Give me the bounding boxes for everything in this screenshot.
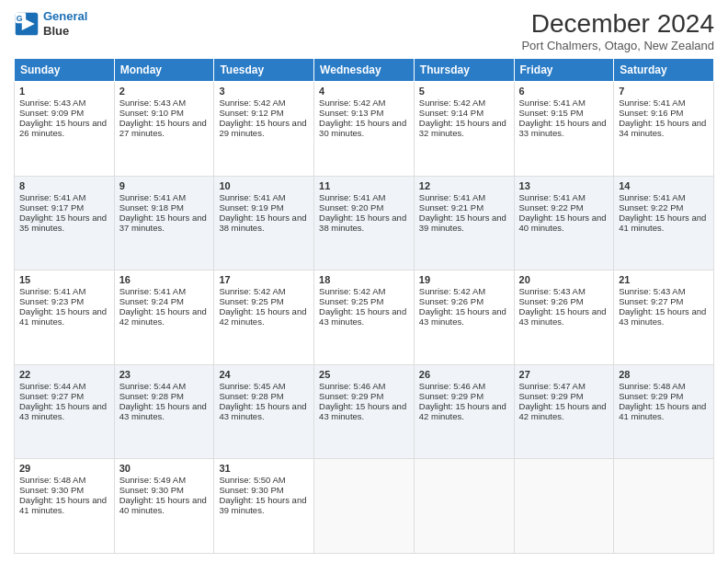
daylight-text: Daylight: 15 hours and 35 minutes.	[19, 213, 107, 233]
sunset-text: Sunset: 9:14 PM	[419, 108, 483, 118]
sunset-text: Sunset: 9:18 PM	[119, 202, 184, 213]
sunrise-text: Sunrise: 5:48 AM	[19, 475, 85, 485]
table-row	[614, 459, 714, 554]
daylight-text: Daylight: 15 hours and 39 minutes.	[419, 213, 506, 233]
table-row	[514, 459, 614, 554]
table-row: 4Sunrise: 5:42 AMSunset: 9:13 PMDaylight…	[314, 82, 415, 177]
day-number: 6	[519, 86, 609, 97]
table-row: 1Sunrise: 5:43 AMSunset: 9:09 PMDaylight…	[15, 82, 115, 177]
daylight-text: Daylight: 15 hours and 41 minutes.	[619, 213, 706, 233]
day-number: 18	[319, 274, 409, 285]
header-row: Sunday Monday Tuesday Wednesday Thursday…	[15, 59, 714, 82]
table-row: 31Sunrise: 5:50 AMSunset: 9:30 PMDayligh…	[214, 459, 314, 554]
sunrise-text: Sunrise: 5:41 AM	[519, 192, 586, 202]
sunset-text: Sunset: 9:30 PM	[119, 485, 184, 495]
daylight-text: Daylight: 15 hours and 43 minutes.	[319, 306, 406, 327]
month-title: December 2024	[521, 9, 714, 39]
daylight-text: Daylight: 15 hours and 43 minutes.	[319, 401, 406, 421]
sunrise-text: Sunrise: 5:48 AM	[619, 381, 685, 391]
svg-text:G: G	[17, 14, 23, 23]
daylight-text: Daylight: 15 hours and 34 minutes.	[619, 118, 706, 138]
day-number: 26	[419, 369, 509, 380]
day-number: 10	[219, 180, 309, 191]
sunset-text: Sunset: 9:16 PM	[619, 108, 683, 118]
logo-line2: Blue	[43, 24, 87, 39]
daylight-text: Daylight: 15 hours and 43 minutes.	[419, 306, 506, 327]
day-number: 2	[119, 86, 210, 97]
table-row: 18Sunrise: 5:42 AMSunset: 9:25 PMDayligh…	[314, 270, 415, 365]
table-row: 10Sunrise: 5:41 AMSunset: 9:19 PMDayligh…	[214, 176, 314, 270]
sunset-text: Sunset: 9:26 PM	[519, 296, 584, 306]
day-number: 14	[619, 180, 709, 191]
table-row: 12Sunrise: 5:41 AMSunset: 9:21 PMDayligh…	[414, 176, 514, 270]
sunrise-text: Sunrise: 5:44 AM	[119, 381, 186, 391]
sunset-text: Sunset: 9:27 PM	[19, 391, 84, 401]
header: G General Blue December 2024 Port Chalme…	[14, 9, 714, 52]
calendar-row: 15Sunrise: 5:41 AMSunset: 9:23 PMDayligh…	[15, 270, 714, 365]
daylight-text: Daylight: 15 hours and 43 minutes.	[19, 401, 107, 421]
day-number: 1	[19, 86, 109, 97]
day-number: 5	[419, 86, 509, 97]
sunrise-text: Sunrise: 5:41 AM	[619, 98, 685, 108]
table-row: 11Sunrise: 5:41 AMSunset: 9:20 PMDayligh…	[314, 176, 415, 270]
day-number: 27	[519, 369, 609, 380]
table-row: 7Sunrise: 5:41 AMSunset: 9:16 PMDaylight…	[614, 82, 714, 177]
sunset-text: Sunset: 9:15 PM	[519, 108, 584, 118]
daylight-text: Daylight: 15 hours and 42 minutes.	[219, 306, 306, 327]
sunset-text: Sunset: 9:12 PM	[219, 108, 283, 118]
sunrise-text: Sunrise: 5:41 AM	[19, 192, 85, 202]
daylight-text: Daylight: 15 hours and 41 minutes.	[19, 495, 107, 515]
table-row: 3Sunrise: 5:42 AMSunset: 9:12 PMDaylight…	[214, 82, 314, 177]
sunrise-text: Sunrise: 5:46 AM	[419, 381, 485, 391]
sunset-text: Sunset: 9:29 PM	[419, 391, 483, 401]
day-number: 16	[119, 274, 210, 285]
table-row: 21Sunrise: 5:43 AMSunset: 9:27 PMDayligh…	[614, 270, 714, 365]
day-number: 28	[619, 369, 709, 380]
sunrise-text: Sunrise: 5:42 AM	[419, 286, 485, 296]
daylight-text: Daylight: 15 hours and 38 minutes.	[319, 213, 406, 233]
table-row: 22Sunrise: 5:44 AMSunset: 9:27 PMDayligh…	[15, 364, 115, 459]
logo-text: General Blue	[43, 9, 87, 38]
day-number: 25	[319, 369, 409, 380]
day-number: 24	[219, 369, 309, 380]
sunrise-text: Sunrise: 5:46 AM	[319, 381, 385, 391]
sunrise-text: Sunrise: 5:42 AM	[319, 286, 385, 296]
table-row: 30Sunrise: 5:49 AMSunset: 9:30 PMDayligh…	[114, 459, 214, 554]
col-monday: Monday	[114, 59, 214, 82]
sunrise-text: Sunrise: 5:41 AM	[419, 192, 485, 202]
day-number: 22	[19, 369, 109, 380]
sunrise-text: Sunrise: 5:42 AM	[419, 98, 485, 108]
page: G General Blue December 2024 Port Chalme…	[0, 0, 728, 563]
day-number: 3	[219, 86, 309, 97]
col-thursday: Thursday	[414, 59, 514, 82]
table-row: 25Sunrise: 5:46 AMSunset: 9:29 PMDayligh…	[314, 364, 415, 459]
sunset-text: Sunset: 9:21 PM	[419, 202, 483, 213]
sunset-text: Sunset: 9:25 PM	[319, 296, 383, 306]
daylight-text: Daylight: 15 hours and 40 minutes.	[519, 213, 607, 233]
sunrise-text: Sunrise: 5:42 AM	[319, 98, 385, 108]
day-number: 12	[419, 180, 509, 191]
table-row: 23Sunrise: 5:44 AMSunset: 9:28 PMDayligh…	[114, 364, 214, 459]
sunset-text: Sunset: 9:17 PM	[19, 202, 84, 213]
daylight-text: Daylight: 15 hours and 42 minutes.	[519, 401, 607, 421]
logo-icon: G	[14, 11, 40, 37]
day-number: 29	[19, 463, 109, 474]
day-number: 17	[219, 274, 309, 285]
col-sunday: Sunday	[15, 59, 115, 82]
daylight-text: Daylight: 15 hours and 43 minutes.	[519, 306, 607, 327]
daylight-text: Daylight: 15 hours and 37 minutes.	[119, 213, 207, 233]
daylight-text: Daylight: 15 hours and 26 minutes.	[19, 118, 107, 138]
daylight-text: Daylight: 15 hours and 33 minutes.	[519, 118, 607, 138]
daylight-text: Daylight: 15 hours and 27 minutes.	[119, 118, 207, 138]
daylight-text: Daylight: 15 hours and 39 minutes.	[219, 495, 306, 515]
day-number: 23	[119, 369, 210, 380]
table-row: 9Sunrise: 5:41 AMSunset: 9:18 PMDaylight…	[114, 176, 214, 270]
table-row: 24Sunrise: 5:45 AMSunset: 9:28 PMDayligh…	[214, 364, 314, 459]
sunset-text: Sunset: 9:30 PM	[219, 485, 283, 495]
day-number: 15	[19, 274, 109, 285]
sunrise-text: Sunrise: 5:42 AM	[219, 98, 285, 108]
table-row: 27Sunrise: 5:47 AMSunset: 9:29 PMDayligh…	[514, 364, 614, 459]
daylight-text: Daylight: 15 hours and 40 minutes.	[119, 495, 207, 515]
table-row: 14Sunrise: 5:41 AMSunset: 9:22 PMDayligh…	[614, 176, 714, 270]
sunrise-text: Sunrise: 5:41 AM	[319, 192, 385, 202]
